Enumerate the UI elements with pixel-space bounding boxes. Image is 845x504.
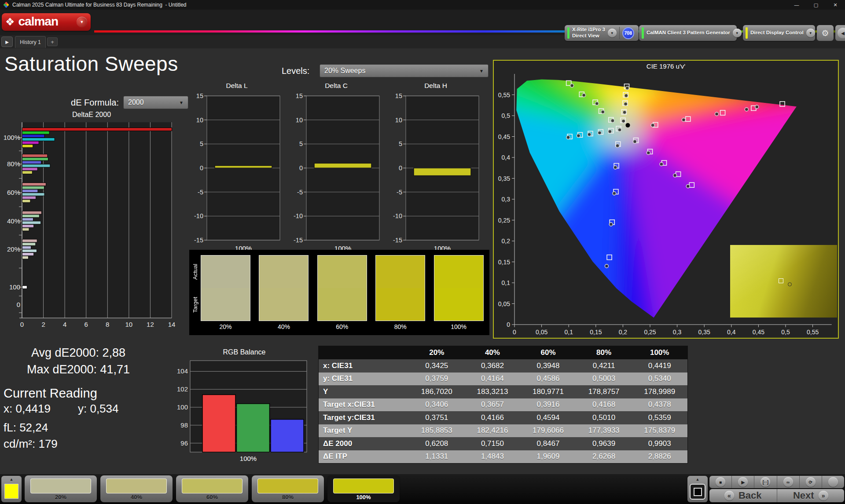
stop-button[interactable]: ■	[709, 476, 731, 488]
bar	[22, 211, 42, 214]
pattern-level-button-20%[interactable]: 20%	[25, 475, 97, 502]
table-cell: 0,4594	[520, 413, 576, 422]
cie-measured-point	[622, 119, 625, 123]
back-label: Back	[738, 490, 762, 501]
pattern-level-label: 40%	[100, 494, 173, 500]
x-tick-label: 0	[20, 321, 24, 328]
bar	[22, 190, 38, 193]
play-icon: ▶	[738, 477, 748, 487]
extra-button[interactable]	[822, 476, 844, 488]
table-cell: 0,3759	[409, 374, 465, 383]
current-y: y: 0,534	[78, 402, 119, 416]
tab-history-1[interactable]: History 1	[15, 36, 46, 48]
add-tab-button[interactable]: +	[47, 37, 58, 46]
minimize-button[interactable]: —	[787, 0, 806, 10]
x-tick-label: 0,45	[753, 329, 764, 336]
meter-button[interactable]: X-Rite i1Pro 3 Direct View ▼ 708	[565, 25, 639, 41]
current-reading-title: Current Reading	[4, 385, 153, 402]
de-formula-dropdown[interactable]: 2000 ▼	[123, 96, 188, 109]
cie-1976-panel: CIE 1976 u'v' 000,050,050,10,10,150,150,…	[493, 60, 839, 339]
y-tick-label: 104	[177, 367, 188, 375]
plot-background	[22, 122, 172, 318]
read-series-button[interactable]: [··]	[754, 476, 776, 488]
table-cell: 0,4164	[465, 374, 521, 383]
meter-caret-icon[interactable]: ▼	[608, 29, 617, 37]
maximize-button[interactable]: ▢	[806, 0, 826, 10]
display-control-button[interactable]: Direct Display Control ▼	[743, 25, 815, 41]
pattern-window-control-left[interactable]: ▲	[1, 476, 22, 502]
loop-button[interactable]: ⟳	[799, 476, 822, 488]
y-tick-label: -15	[194, 237, 203, 244]
x-tick-label: 0,25	[644, 329, 656, 336]
chevron-double-left-icon: «	[724, 491, 734, 500]
display-caret-icon[interactable]: ▼	[806, 29, 815, 37]
swatch-column-100%: 100%	[434, 250, 484, 335]
y-tick-label: 5	[200, 140, 203, 147]
actual-swatch	[201, 255, 250, 288]
bottom-bar: ▲ 100%80%60%40%20% ▲ ■▶[··]∞⟳ « Back Nex…	[0, 474, 845, 504]
pattern-level-button-60%[interactable]: 60%	[176, 475, 248, 502]
swatch-label: 80%	[375, 323, 425, 330]
y-tick-label: 10	[196, 117, 203, 124]
pattern-level-button-80%[interactable]: 80%	[252, 475, 324, 502]
pattern-caret-icon[interactable]: ▼	[733, 29, 742, 37]
table-cell: 0,4211	[576, 362, 632, 370]
close-button[interactable]: ✕	[826, 0, 845, 10]
pattern-color-patch	[106, 478, 167, 493]
y-tick-label: 0,2	[502, 237, 511, 245]
table-row: Target y:CIE310,37510,41660,45940,50100,…	[319, 411, 687, 424]
back-button[interactable]: « Back	[709, 489, 777, 502]
calman-menu-caret-icon[interactable]: ▼	[77, 17, 87, 27]
cie-measured-point	[625, 94, 628, 97]
history-panel-toggle[interactable]: ▶	[1, 37, 13, 47]
next-button[interactable]: Next »	[777, 489, 845, 502]
chevron-up-icon[interactable]: ▲	[1, 476, 22, 483]
table-cell: 0,5010	[576, 413, 632, 422]
chevron-down-icon: ▼	[479, 69, 484, 73]
window-size-button[interactable]	[690, 484, 705, 500]
meter-mode-badge[interactable]: 708	[622, 27, 634, 39]
max-de2000: Max dE2000: 41,71	[4, 362, 153, 378]
play-button[interactable]: ▶	[731, 476, 754, 488]
strip-row-label-actual: Actual	[190, 255, 200, 288]
toolbar-collapse-button[interactable]: ◀	[835, 25, 845, 41]
pattern-window-control-right[interactable]: ▲	[687, 476, 708, 502]
strip-row-label-target: Target	[190, 288, 200, 321]
de-formula-label: dE Formula:	[62, 98, 119, 108]
x-tick-label: 0,1	[564, 329, 573, 336]
settings-button[interactable]: ⚙	[817, 25, 834, 41]
table-row-label: Target Y	[319, 426, 409, 435]
table-cell: 0,3751	[409, 413, 465, 422]
deltae2000-chart: DeltaE 2000 02468101214100%80%60%40%20%1…	[4, 111, 180, 333]
inset-measured-marker	[788, 282, 792, 286]
table-cell: 0,3657	[465, 400, 521, 409]
cie-measured-point	[611, 119, 614, 122]
bar	[22, 154, 48, 157]
levels-dropdown[interactable]: 20% Sweeps ▼	[320, 64, 489, 77]
pattern-generator-label: CalMAN Client 3 Pattern Generator	[647, 30, 730, 36]
x-tick-label: 0,55	[807, 329, 819, 336]
cie-measured-point	[577, 134, 580, 138]
delta-l-title: Delta L	[193, 82, 281, 90]
y-tick-label: 5	[299, 140, 303, 147]
calman-menu-button[interactable]: ❖ calman ▼	[2, 13, 91, 31]
delta-h-title: Delta H	[392, 82, 480, 90]
chevron-down-icon: ▼	[179, 100, 184, 105]
y-tick-label: -5	[297, 189, 303, 196]
cie-measured-point	[566, 135, 570, 139]
cie-current-point	[625, 123, 630, 128]
rgb-balance-chart: RGB Balance 9698100102104100%	[176, 348, 312, 464]
pattern-level-label: 80%	[252, 494, 324, 500]
pattern-level-button-40%[interactable]: 40%	[100, 475, 173, 502]
pattern-level-button-100%[interactable]: 100%	[327, 475, 400, 502]
bar	[22, 183, 46, 186]
table-cell: 0,9639	[576, 439, 632, 448]
bar	[22, 138, 55, 141]
pattern-generator-button[interactable]: CalMAN Client 3 Pattern Generator ▼	[639, 25, 737, 41]
display-control-label: Direct Display Control	[750, 30, 804, 36]
chevron-up-icon[interactable]: ▲	[687, 476, 708, 483]
swatch-label: 40%	[259, 323, 309, 330]
actual-swatch	[259, 255, 309, 288]
y-tick-label: 0,25	[498, 217, 510, 224]
continuous-button[interactable]: ∞	[777, 476, 799, 488]
